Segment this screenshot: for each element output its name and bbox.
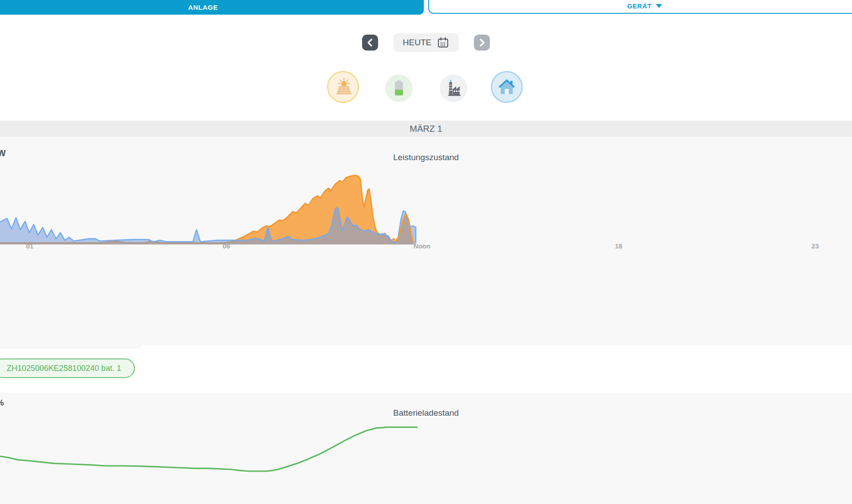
filter-battery-button[interactable] <box>385 75 413 102</box>
filter-grid-button[interactable] <box>440 75 467 102</box>
date-header: MÄRZ 1 <box>0 121 852 137</box>
chevron-down-icon <box>656 4 662 8</box>
x-axis-tick: 18 <box>615 242 623 250</box>
prev-day-button[interactable] <box>362 35 378 51</box>
tab-geraet-label: GERÄT <box>627 2 652 10</box>
tab-anlage[interactable]: ANLAGE <box>0 0 424 15</box>
date-navigation: HEUTE <box>0 33 852 52</box>
filter-solar-button[interactable] <box>327 71 359 103</box>
house-icon <box>497 77 517 97</box>
sun-solar-panel-icon <box>333 77 353 97</box>
factory-icon <box>444 79 463 98</box>
battery-icon <box>389 79 409 98</box>
today-button[interactable]: HEUTE <box>393 33 459 52</box>
battery-chart <box>0 421 852 501</box>
x-axis-tick: 01 <box>26 242 34 250</box>
chevron-left-icon <box>366 38 374 47</box>
battery-unit-label: % <box>0 398 4 408</box>
filter-home-button[interactable] <box>491 71 523 103</box>
section-divider <box>0 345 142 349</box>
today-label: HEUTE <box>403 38 431 47</box>
tab-geraet[interactable]: GERÄT <box>428 0 852 14</box>
next-day-button[interactable] <box>474 35 490 51</box>
x-axis-tick: 23 <box>812 242 819 250</box>
battery-chart-title: Batterieladestand <box>0 408 852 418</box>
energy-filter-row <box>0 71 852 106</box>
chevron-right-icon <box>478 38 486 47</box>
x-axis-tick: 06 <box>223 242 230 250</box>
device-badge[interactable]: ZH1025006KE258100240 bat. 1 <box>0 358 135 378</box>
x-axis-tick: Noon <box>414 242 430 250</box>
power-chart <box>0 146 852 248</box>
calendar-icon <box>437 37 449 49</box>
